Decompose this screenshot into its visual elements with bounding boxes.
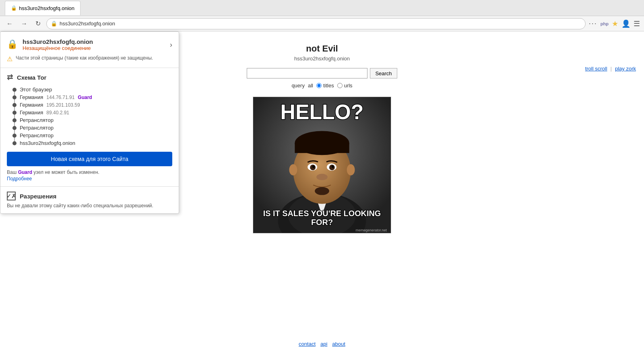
node-ip-3: 89.40.2.91	[46, 110, 69, 116]
guard-note: Ваш Guard узел не может быть изменен.	[7, 169, 172, 175]
node-dot-6	[12, 134, 17, 138]
tor-node-2: Германия 195.201.103.59	[12, 101, 172, 109]
learn-more-link[interactable]: Подробнее	[7, 176, 172, 182]
titles-label: titles	[323, 83, 334, 89]
query-label: query	[291, 83, 305, 89]
contact-link[interactable]: contact	[299, 341, 316, 347]
tor-section-header: ⇄ Схема Tor	[7, 73, 172, 82]
site-info-header: 🔒 hss3uro2hsxfogfq.onion Незащищённое со…	[7, 38, 172, 51]
tor-node-6: Ретранслятор	[12, 132, 172, 139]
svg-point-14	[315, 187, 329, 195]
tor-section: ⇄ Схема Tor Этот браузер Германия 144.76…	[0, 68, 179, 187]
tor-icon: ⇄	[7, 73, 13, 82]
titles-radio-label[interactable]: titles	[316, 83, 334, 89]
tab-lock-icon: 🔒	[11, 5, 17, 11]
permissions-title: Разрешения	[20, 193, 56, 200]
search-button[interactable]: Search	[370, 68, 397, 78]
tab-title: hss3uro2hsxfogfq.onion	[19, 5, 74, 11]
search-row: Search	[247, 68, 397, 78]
guard-label-1: Guard	[78, 95, 92, 100]
svg-text:IS IT SALES YOU'RE LOOKING: IS IT SALES YOU'RE LOOKING	[263, 209, 381, 218]
forward-button[interactable]: →	[19, 19, 30, 29]
permissions-icon: ✓✗	[7, 192, 16, 200]
svg-point-16	[347, 164, 355, 175]
site-info-text: hss3uro2hsxfogfq.onion Незащищённое соед…	[23, 38, 93, 51]
tor-node-5: Ретранслятор	[12, 124, 172, 132]
guard-word: Guard	[18, 169, 32, 175]
svg-text:FOR?: FOR?	[311, 218, 333, 227]
permissions-description: Вы не давали этому сайту каких-либо спец…	[7, 203, 172, 208]
svg-point-15	[289, 164, 297, 175]
svg-point-13	[316, 174, 328, 180]
expand-arrow-icon[interactable]: ›	[170, 41, 172, 49]
search-input[interactable]	[247, 68, 367, 78]
titles-radio[interactable]	[316, 83, 322, 88]
site-info-dropdown: 🔒 hss3uro2hsxfogfq.onion Незащищённое со…	[0, 31, 179, 214]
guard-note-prefix: Ваш	[7, 169, 17, 175]
meme-watermark: memegenerator.net	[356, 228, 387, 232]
svg-text:HELLO?: HELLO?	[281, 100, 364, 124]
page-subtitle: hss3uro2hsxfogfq.onion	[294, 56, 350, 62]
urls-radio-label[interactable]: urls	[337, 83, 353, 89]
permissions-header: ✓✗ Разрешения	[7, 192, 172, 200]
node-ip-2: 195.201.103.59	[46, 102, 80, 108]
svg-point-11	[312, 165, 315, 168]
svg-rect-6	[295, 143, 349, 153]
top-right-links: troll scroll | play zork	[585, 66, 636, 72]
address-bar[interactable]: 🔒 hss3uro2hsxfogfq.onion	[46, 18, 586, 29]
menu-dots-button[interactable]: ···	[589, 19, 597, 28]
active-tab[interactable]: 🔒 hss3uro2hsxfogfq.onion	[5, 1, 80, 15]
tor-section-title: Схема Tor	[17, 74, 46, 81]
node-label-4: Ретранслятор	[20, 117, 54, 123]
page-footer: contact api about	[299, 341, 345, 347]
node-label-3: Германия	[20, 109, 43, 116]
page-title: not Evil	[306, 43, 338, 54]
tor-node-1: Германия 144.76.71.91 Guard	[12, 93, 172, 101]
back-button[interactable]: ←	[4, 19, 15, 29]
tor-node-4: Ретранслятор	[12, 116, 172, 124]
node-dot-5	[12, 126, 17, 130]
troll-scroll-link[interactable]: troll scroll	[585, 66, 607, 72]
site-info-section: 🔒 hss3uro2hsxfogfq.onion Незащищённое со…	[0, 32, 179, 68]
node-label-7: hss3uro2hsxfogfq.onion	[20, 140, 75, 146]
warning-text: Части этой страницы (такие как изображен…	[16, 55, 153, 61]
warning-row: ⚠ Части этой страницы (такие как изображ…	[7, 55, 172, 63]
site-domain: hss3uro2hsxfogfq.onion	[23, 38, 93, 45]
tor-chain: Этот браузер Германия 144.76.71.91 Guard…	[7, 86, 172, 147]
node-dot-4	[12, 118, 17, 122]
urls-radio[interactable]	[337, 83, 343, 88]
link-separator: |	[611, 66, 612, 72]
tor-node-3: Германия 89.40.2.91	[12, 109, 172, 116]
toolbar-right: ··· php ★ 👤 ☰	[589, 19, 640, 28]
lock-icon: 🔒	[7, 39, 18, 50]
bookmark-star-icon[interactable]: ★	[612, 19, 618, 28]
address-text: hss3uro2hsxfogfq.onion	[60, 21, 581, 27]
node-label-1: Германия	[20, 94, 43, 100]
new-circuit-button[interactable]: Новая схема для этого Сайта	[7, 152, 172, 166]
insecure-label: Незащищённое соединение	[23, 45, 93, 51]
warning-icon: ⚠	[7, 55, 12, 63]
refresh-button[interactable]: ↻	[33, 18, 43, 29]
hamburger-menu-icon[interactable]: ☰	[634, 19, 640, 28]
urls-label: urls	[344, 83, 353, 89]
tor-node-0: Этот браузер	[12, 86, 172, 93]
tor-node-7: hss3uro2hsxfogfq.onion	[12, 139, 172, 147]
node-dot-2	[12, 103, 17, 107]
meme-svg: HELLO? IS IT SALES YOU'RE LOOKING FOR? m…	[253, 97, 391, 233]
php-badge[interactable]: php	[601, 21, 609, 26]
browser-toolbar: ← → ↻ 🔒 hss3uro2hsxfogfq.onion ··· php ★…	[0, 16, 644, 31]
all-label: all	[308, 83, 313, 89]
node-label-0: Этот браузер	[20, 87, 52, 93]
meme-image: HELLO? IS IT SALES YOU'RE LOOKING FOR? m…	[253, 97, 391, 233]
node-label-5: Ретранслятор	[20, 125, 54, 131]
api-link[interactable]: api	[320, 341, 327, 347]
node-dot-7	[12, 141, 17, 145]
svg-point-12	[332, 165, 334, 168]
about-link[interactable]: about	[332, 341, 345, 347]
sync-icon[interactable]: 👤	[621, 19, 630, 28]
play-zork-link[interactable]: play zork	[615, 66, 636, 72]
node-label-2: Германия	[20, 102, 43, 108]
node-dot-3	[12, 111, 17, 115]
permissions-section: ✓✗ Разрешения Вы не давали этому сайту к…	[0, 187, 179, 213]
guard-note-suffix: узел не может быть изменен.	[33, 169, 99, 175]
